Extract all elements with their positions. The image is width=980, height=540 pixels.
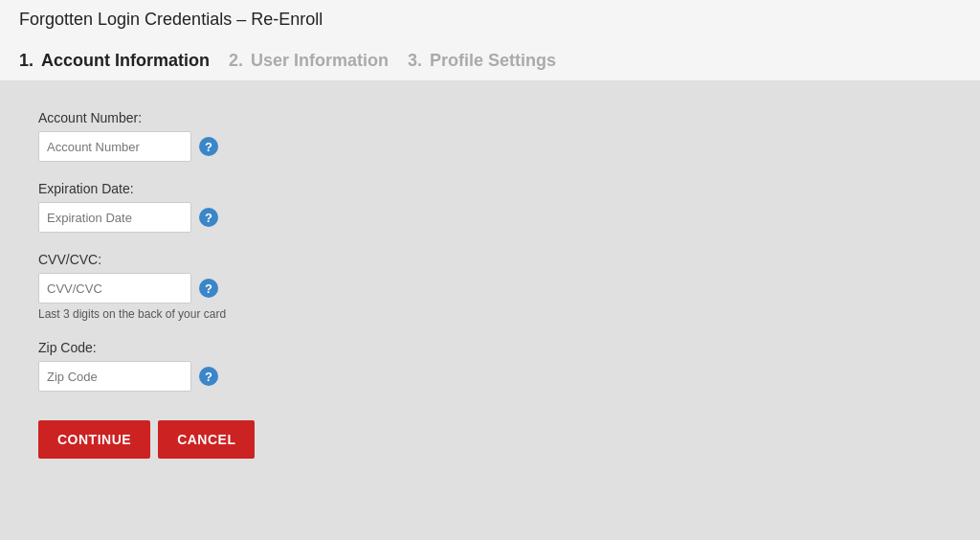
step-2-label: User Information (251, 51, 389, 71)
zip-code-group: Zip Code: ? (38, 340, 517, 392)
expiration-date-group: Expiration Date: ? (38, 181, 517, 233)
account-number-input-row: ? (38, 131, 517, 162)
step-3-number: 3. (408, 51, 422, 71)
content-area: Account Number: ? Expiration Date: ? CVV… (0, 81, 980, 540)
account-number-help-icon[interactable]: ? (199, 137, 218, 156)
step-3-label: Profile Settings (430, 51, 556, 71)
step-1[interactable]: 1. Account Information (19, 41, 229, 80)
step-3[interactable]: 3. Profile Settings (408, 41, 575, 80)
expiration-date-input-row: ? (38, 202, 517, 233)
page-header: Forgotten Login Credentials – Re-Enroll … (0, 0, 980, 81)
expiration-date-help-icon[interactable]: ? (199, 208, 218, 227)
account-number-input[interactable] (38, 131, 191, 162)
button-row: CONTINUE CANCEL (38, 420, 517, 459)
cancel-button[interactable]: CANCEL (158, 420, 255, 459)
account-number-group: Account Number: ? (38, 110, 517, 162)
page-title: Forgotten Login Credentials – Re-Enroll (19, 10, 961, 30)
step-1-label: Account Information (41, 51, 210, 71)
continue-button[interactable]: CONTINUE (38, 420, 150, 459)
expiration-date-label: Expiration Date: (38, 181, 517, 196)
zip-code-help-icon[interactable]: ? (199, 367, 218, 386)
zip-code-input[interactable] (38, 361, 191, 392)
cvv-cvc-label: CVV/CVC: (38, 252, 517, 267)
step-2-number: 2. (229, 51, 243, 71)
expiration-date-input[interactable] (38, 202, 191, 233)
account-number-label: Account Number: (38, 110, 517, 125)
cvv-cvc-hint: Last 3 digits on the back of your card (38, 307, 517, 321)
cvv-cvc-input[interactable] (38, 273, 191, 304)
zip-code-label: Zip Code: (38, 340, 517, 355)
step-2[interactable]: 2. User Information (229, 41, 408, 80)
zip-code-input-row: ? (38, 361, 517, 392)
page-wrapper: Forgotten Login Credentials – Re-Enroll … (0, 0, 980, 540)
cvv-cvc-help-icon[interactable]: ? (199, 279, 218, 298)
step-1-number: 1. (19, 51, 33, 71)
cvv-cvc-input-row: ? (38, 273, 517, 304)
cvv-cvc-group: CVV/CVC: ? Last 3 digits on the back of … (38, 252, 517, 321)
steps-nav: 1. Account Information 2. User Informati… (19, 41, 961, 80)
form-section: Account Number: ? Expiration Date: ? CVV… (38, 110, 517, 459)
